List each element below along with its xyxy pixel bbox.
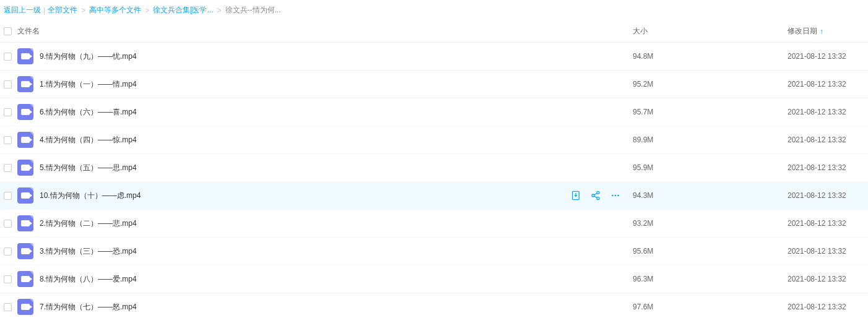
video-file-icon — [17, 215, 33, 231]
file-date: 2021-08-12 13:32 — [788, 108, 868, 116]
breadcrumb-link-1[interactable]: 高中等多个文件 — [89, 5, 141, 15]
svg-point-53 — [592, 194, 594, 197]
file-name[interactable]: 10.情为何物（十）——虑.mp4 — [40, 191, 141, 201]
row-checkbox[interactable] — [4, 220, 12, 228]
breadcrumb-back[interactable]: 返回上一级 — [4, 5, 41, 15]
file-size: 95.2M — [633, 80, 788, 88]
svg-point-59 — [617, 195, 619, 197]
file-date: 2021-08-12 13:32 — [788, 191, 868, 200]
file-size: 94.3M — [633, 191, 788, 200]
table-header: 文件名 大小 修改日期 ↑ — [0, 20, 868, 43]
video-file-icon — [17, 48, 33, 64]
svg-line-56 — [594, 196, 597, 198]
breadcrumb-current: 徐文兵--情为何... — [225, 5, 281, 15]
row-checkbox[interactable] — [4, 164, 12, 172]
row-checkbox[interactable] — [4, 108, 12, 116]
file-date: 2021-08-12 13:32 — [788, 247, 868, 256]
file-size: 95.6M — [633, 247, 788, 256]
breadcrumb-chevron-icon: > — [145, 6, 149, 15]
svg-point-58 — [615, 195, 617, 197]
file-date: 2021-08-12 13:32 — [788, 80, 868, 88]
row-checkbox[interactable] — [4, 247, 12, 256]
row-checkbox[interactable] — [4, 53, 12, 61]
row-checkbox[interactable] — [4, 80, 12, 88]
file-name[interactable]: 5.情为何物（五）——思.mp4 — [40, 163, 137, 173]
column-header-date-label: 修改日期 — [788, 26, 817, 37]
breadcrumb: 返回上一级 | 全部文件 > 高中等多个文件 > 徐文兵合集[医学... > 徐… — [0, 0, 868, 20]
file-row[interactable]: 6.情为何物（六）——喜.mp495.7M2021-08-12 13:32 — [0, 98, 868, 126]
breadcrumb-sep: | — [43, 6, 45, 15]
row-checkbox[interactable] — [4, 275, 12, 283]
video-file-icon — [17, 243, 33, 259]
file-name[interactable]: 3.情为何物（三）——恐.mp4 — [40, 246, 137, 257]
video-file-icon — [17, 160, 33, 176]
file-name[interactable]: 7.情为何物（七）——怒.mp4 — [40, 302, 137, 312]
column-header-name[interactable]: 文件名 — [17, 26, 633, 37]
breadcrumb-chevron-icon: > — [217, 6, 222, 15]
svg-line-55 — [594, 193, 597, 195]
file-date: 2021-08-12 13:32 — [788, 219, 868, 228]
video-file-icon — [17, 299, 33, 315]
file-list: 9.情为何物（九）——忧.mp494.8M2021-08-12 13:321.情… — [0, 43, 868, 318]
file-name[interactable]: 8.情为何物（八）——爱.mp4 — [40, 274, 137, 285]
file-row[interactable]: 4.情为何物（四）——惊.mp489.9M2021-08-12 13:32 — [0, 126, 868, 154]
download-icon[interactable] — [571, 191, 581, 200]
file-date: 2021-08-12 13:32 — [788, 52, 868, 61]
svg-point-52 — [597, 191, 599, 194]
video-file-icon — [17, 104, 33, 120]
video-file-icon — [17, 271, 33, 287]
file-size: 93.2M — [633, 219, 788, 228]
file-name[interactable]: 9.情为何物（九）——忧.mp4 — [40, 51, 137, 62]
more-icon[interactable] — [610, 191, 620, 200]
file-size: 95.7M — [633, 108, 788, 116]
file-row[interactable]: 10.情为何物（十）——虑.mp494.3M2021-08-12 13:32 — [0, 182, 868, 210]
file-size: 94.8M — [633, 52, 788, 61]
breadcrumb-link-0[interactable]: 全部文件 — [48, 5, 77, 15]
column-header-size[interactable]: 大小 — [633, 26, 788, 37]
file-name[interactable]: 1.情为何物（一）——情.mp4 — [40, 79, 137, 90]
select-all-checkbox[interactable] — [4, 27, 12, 35]
row-checkbox[interactable] — [4, 192, 12, 200]
sort-ascending-icon: ↑ — [820, 27, 823, 36]
svg-point-57 — [612, 195, 614, 197]
row-checkbox[interactable] — [4, 136, 12, 144]
file-name[interactable]: 4.情为何物（四）——惊.mp4 — [40, 135, 137, 145]
share-icon[interactable] — [591, 191, 601, 200]
file-name[interactable]: 6.情为何物（六）——喜.mp4 — [40, 107, 137, 118]
file-date: 2021-08-12 13:32 — [788, 163, 868, 172]
breadcrumb-link-2[interactable]: 徐文兵合集[医学... — [153, 5, 213, 15]
video-file-icon — [17, 132, 33, 148]
file-date: 2021-08-12 13:32 — [788, 135, 868, 144]
row-actions — [571, 191, 633, 200]
column-header-date[interactable]: 修改日期 ↑ — [788, 26, 868, 37]
file-row[interactable]: 1.情为何物（一）——情.mp495.2M2021-08-12 13:32 — [0, 71, 868, 98]
video-file-icon — [17, 187, 33, 204]
file-date: 2021-08-12 13:32 — [788, 303, 868, 311]
video-file-icon — [17, 76, 33, 92]
file-size: 96.3M — [633, 275, 788, 283]
file-row[interactable]: 3.情为何物（三）——恐.mp495.6M2021-08-12 13:32 — [0, 238, 868, 265]
file-size: 97.6M — [633, 303, 788, 311]
file-row[interactable]: 7.情为何物（七）——怒.mp497.6M2021-08-12 13:32 — [0, 293, 868, 318]
row-checkbox[interactable] — [4, 303, 12, 311]
file-date: 2021-08-12 13:32 — [788, 275, 868, 283]
breadcrumb-chevron-icon: > — [81, 6, 85, 15]
file-row[interactable]: 9.情为何物（九）——忧.mp494.8M2021-08-12 13:32 — [0, 43, 868, 71]
file-row[interactable]: 2.情为何物（二）——悲.mp493.2M2021-08-12 13:32 — [0, 210, 868, 238]
file-row[interactable]: 5.情为何物（五）——思.mp495.9M2021-08-12 13:32 — [0, 154, 868, 182]
file-row[interactable]: 8.情为何物（八）——爱.mp496.3M2021-08-12 13:32 — [0, 265, 868, 293]
file-size: 89.9M — [633, 135, 788, 144]
file-name[interactable]: 2.情为何物（二）——悲.mp4 — [40, 218, 137, 229]
file-size: 95.9M — [633, 163, 788, 172]
svg-point-54 — [597, 197, 599, 200]
